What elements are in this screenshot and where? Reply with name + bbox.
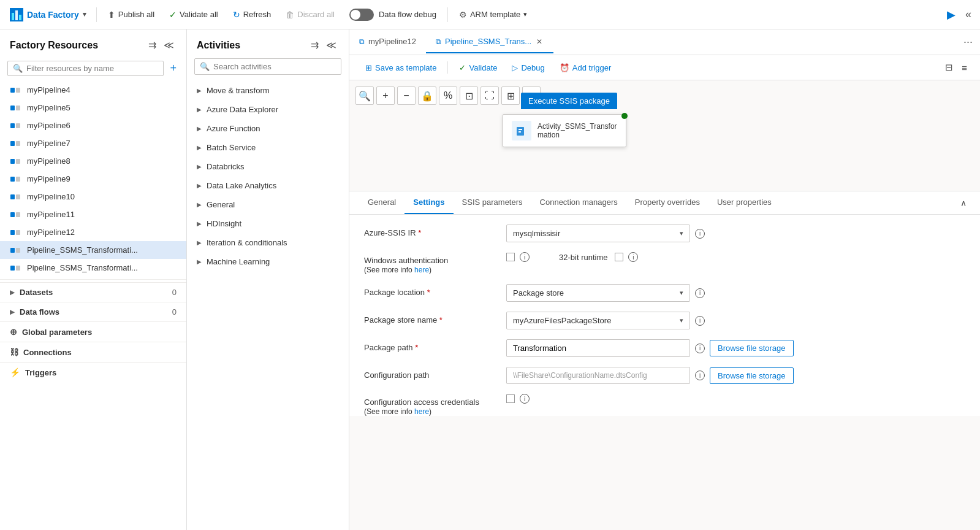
runtime-32bit-info-icon[interactable]: i	[628, 252, 638, 262]
activity-group-azure-explorer[interactable]: ▶ Azure Data Explorer	[187, 100, 349, 119]
brand[interactable]: Data Factory ▾	[5, 8, 91, 21]
activities-header: Activities ⇉ ≪	[187, 29, 349, 58]
sidebar-item-mypipeline11[interactable]: myPipeline11	[0, 205, 186, 223]
dataflow-debug-toggle[interactable]: Data flow debug	[343, 9, 443, 21]
brand-chevron-icon[interactable]: ▾	[83, 10, 86, 18]
tab-settings[interactable]: Settings	[405, 191, 453, 214]
package-path-info-icon[interactable]: i	[695, 344, 705, 353]
tab-pipeline-ssms[interactable]: ⧉ Pipeline_SSMS_Trans... ✕	[426, 31, 553, 53]
trigger-icon: ⏰	[560, 63, 569, 72]
svg-rect-13	[16, 159, 20, 164]
tab-ssis-parameters[interactable]: SSIS parameters	[454, 191, 531, 214]
filter-resources-input[interactable]	[26, 64, 158, 73]
zoom-layout-button[interactable]: ⊞	[501, 86, 520, 105]
activity-group-databricks[interactable]: ▶ Databricks	[187, 157, 349, 176]
windows-auth-link[interactable]: here	[414, 266, 429, 274]
activity-group-label: General	[207, 200, 235, 209]
play-icon-button[interactable]: ▶	[943, 6, 959, 24]
runtime-32bit-checkbox[interactable]	[615, 253, 623, 261]
package-location-select[interactable]: Package store ▾	[506, 284, 690, 302]
sidebar-section-datasets[interactable]: ▶ Datasets 0	[0, 282, 186, 302]
activity-group-machine-learning[interactable]: ▶ Machine Learning	[187, 252, 349, 271]
configuration-path-input[interactable]	[506, 367, 690, 384]
config-access-creds-control: i	[506, 394, 965, 404]
config-access-checkbox[interactable]	[506, 394, 515, 403]
activity-group-iteration[interactable]: ▶ Iteration & conditionals	[187, 233, 349, 252]
activity-group-azure-function[interactable]: ▶ Azure Function	[187, 119, 349, 138]
activity-group-batch-service[interactable]: ▶ Batch Service	[187, 138, 349, 157]
main-layout: Factory Resources ⇉ ≪ 🔍 + myPipeline4	[0, 29, 980, 530]
activities-minimize-btn[interactable]: ≪	[324, 38, 339, 52]
zoom-add-button[interactable]: +	[376, 86, 395, 105]
zoom-lock-button[interactable]: 🔒	[418, 86, 436, 105]
canvas-tabs-more-button[interactable]: ···	[956, 29, 980, 55]
sidebar-item-mypipeline4[interactable]: myPipeline4	[0, 81, 186, 99]
refresh-button[interactable]: ↻ Refresh	[227, 7, 278, 23]
sidebar-section-triggers[interactable]: ⚡ Triggers	[0, 362, 186, 382]
activity-node[interactable]: Activity_SSMS_Transformation	[503, 114, 626, 147]
sidebar-item-mypipeline7[interactable]: myPipeline7	[0, 134, 186, 152]
add-trigger-button[interactable]: ⏰ Add trigger	[553, 60, 618, 75]
package-store-name-select[interactable]: myAzureFilesPackageStore ▾	[506, 312, 690, 329]
discard-all-button[interactable]: 🗑 Discard all	[279, 7, 341, 23]
sidebar-section-dataflows[interactable]: ▶ Data flows 0	[0, 302, 186, 321]
zoom-fit-button[interactable]: ⊡	[460, 86, 478, 105]
validate-button[interactable]: ✓ Validate	[453, 60, 503, 75]
activities-collapse-btn[interactable]: ⇉	[308, 38, 321, 52]
sidebar-item-pipeline-ssms-2[interactable]: Pipeline_SSMS_Transformati...	[0, 259, 186, 277]
sidebar-item-pipeline-ssms-1[interactable]: Pipeline_SSMS_Transformati...	[0, 241, 186, 259]
publish-all-button[interactable]: ⬆ Publish all	[102, 7, 161, 23]
collapse-icon-button[interactable]: «	[962, 6, 975, 23]
canvas-surface[interactable]: 🔍 + − 🔒 % ⊡ ⛶ ⊞ ▦ Execute SSIS package	[349, 80, 980, 191]
sidebar-section-global-params[interactable]: ⊕ Global parameters	[0, 321, 186, 342]
azure-ssis-ir-select[interactable]: mysqlmissisir ▾	[506, 225, 690, 242]
global-params-label: Global parameters	[22, 328, 92, 337]
sidebar-section-connections[interactable]: ⛓ Connections	[0, 342, 186, 362]
sidebar-item-mypipeline5[interactable]: myPipeline5	[0, 99, 186, 117]
package-path-browse-button[interactable]: Browse file storage	[710, 340, 794, 356]
tab-close-button[interactable]: ✕	[535, 37, 544, 46]
windows-auth-info-icon[interactable]: i	[520, 252, 530, 262]
sidebar-item-mypipeline6[interactable]: myPipeline6	[0, 117, 186, 134]
package-store-name-info-icon[interactable]: i	[695, 316, 705, 326]
sidebar-item-mypipeline12[interactable]: myPipeline12	[0, 223, 186, 241]
activity-group-general[interactable]: ▶ General	[187, 195, 349, 214]
windows-auth-checkbox[interactable]	[506, 253, 515, 261]
zoom-percent-button[interactable]: %	[439, 86, 457, 105]
tab-property-overrides[interactable]: Property overrides	[626, 191, 708, 214]
add-resource-button[interactable]: +	[167, 61, 179, 76]
sidebar-item-mypipeline9[interactable]: myPipeline9	[0, 170, 186, 188]
toggle-track[interactable]	[349, 9, 374, 21]
sidebar-item-mypipeline8[interactable]: myPipeline8	[0, 152, 186, 170]
tab-mypipeline12[interactable]: ⧉ myPipeline12	[349, 31, 426, 53]
canvas-settings-button[interactable]: ≡	[959, 59, 970, 76]
package-path-input[interactable]	[506, 339, 690, 357]
configuration-path-info-icon[interactable]: i	[695, 371, 705, 380]
sidebar-collapse-button[interactable]: ⇉	[146, 38, 159, 52]
tab-general[interactable]: General	[359, 191, 405, 214]
azure-ssis-ir-info-icon[interactable]: i	[695, 229, 705, 239]
sidebar-item-mypipeline10[interactable]: myPipeline10	[0, 188, 186, 205]
configuration-path-browse-button[interactable]: Browse file storage	[710, 367, 794, 384]
zoom-minus-button[interactable]: −	[397, 86, 416, 105]
tab-connection-managers[interactable]: Connection managers	[531, 191, 626, 214]
activity-group-hdinsight[interactable]: ▶ HDInsight	[187, 214, 349, 233]
settings-collapse-button[interactable]: ∧	[957, 196, 970, 210]
activity-group-data-lake-analytics[interactable]: ▶ Data Lake Analytics	[187, 176, 349, 195]
activity-group-move-transform[interactable]: ▶ Move & transform	[187, 81, 349, 100]
sidebar-minimize-button[interactable]: ≪	[161, 38, 177, 52]
save-as-template-button[interactable]: ⊞ Save as template	[359, 60, 443, 75]
tab-user-properties[interactable]: User properties	[708, 191, 780, 214]
zoom-fullscreen-button[interactable]: ⛶	[481, 86, 499, 105]
config-access-info-icon[interactable]: i	[520, 394, 530, 404]
sidebar-search[interactable]: 🔍	[7, 61, 164, 76]
debug-button[interactable]: ▷ Debug	[506, 60, 550, 75]
validate-all-button[interactable]: ✓ Validate all	[163, 7, 224, 23]
arm-template-button[interactable]: ⚙ ARM template ▾	[453, 7, 533, 23]
search-activities-input[interactable]	[213, 62, 336, 71]
config-access-link[interactable]: here	[414, 407, 429, 416]
zoom-search-button[interactable]: 🔍	[355, 86, 374, 105]
package-location-info-icon[interactable]: i	[695, 288, 705, 298]
canvas-view-button[interactable]: ⊟	[942, 59, 956, 76]
activities-search[interactable]: 🔍	[194, 58, 341, 75]
